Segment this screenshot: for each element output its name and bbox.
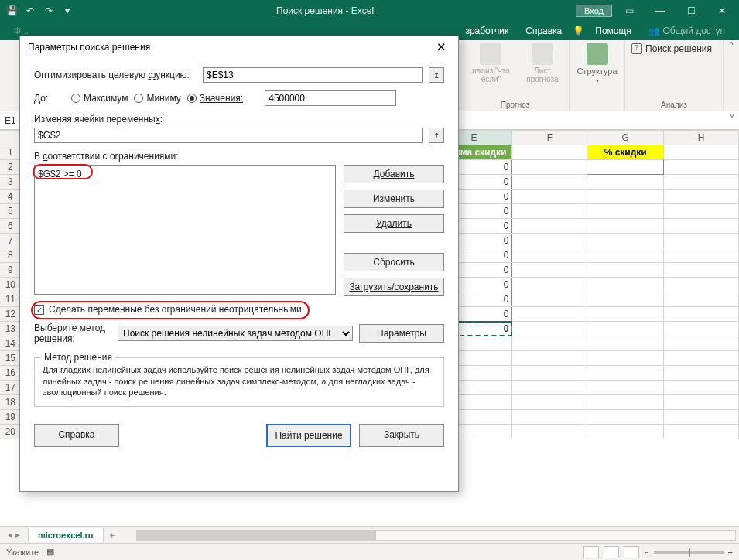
cell[interactable]: [512, 160, 587, 175]
zoom-out-button[interactable]: −: [644, 548, 648, 557]
row-header[interactable]: 14: [0, 336, 21, 351]
share-button[interactable]: 👥 Общий доступ: [642, 23, 731, 39]
sheet-tab-active[interactable]: microexcel.ru: [28, 528, 104, 542]
row-header[interactable]: 12: [0, 307, 21, 322]
cell[interactable]: [664, 160, 739, 175]
zoom-in-button[interactable]: +: [728, 548, 733, 557]
cell[interactable]: [587, 160, 664, 175]
cell[interactable]: [664, 395, 739, 410]
cell[interactable]: [664, 381, 739, 395]
objective-ref-icon[interactable]: ↥: [429, 67, 444, 83]
params-button[interactable]: Параметры: [359, 324, 444, 343]
cell[interactable]: [664, 145, 739, 160]
ribbon-options-icon[interactable]: ▭: [615, 2, 643, 20]
cell[interactable]: [587, 234, 664, 248]
cell[interactable]: [587, 395, 664, 410]
cell[interactable]: [664, 278, 739, 292]
cell[interactable]: [664, 307, 739, 322]
cell[interactable]: [587, 278, 664, 292]
tell-me-icon[interactable]: 💡: [573, 26, 584, 36]
row-header[interactable]: 15: [0, 351, 21, 366]
cell[interactable]: [587, 175, 664, 190]
view-page-layout-icon[interactable]: [604, 546, 619, 558]
login-button[interactable]: Вход: [576, 5, 612, 17]
row-header[interactable]: 17: [0, 381, 21, 395]
cell[interactable]: [512, 366, 587, 381]
cell[interactable]: [512, 307, 587, 322]
cell[interactable]: [512, 322, 587, 336]
method-select[interactable]: Поиск решения нелинейных задач методом О…: [118, 326, 353, 341]
row-header[interactable]: 1: [0, 145, 21, 160]
redo-icon[interactable]: ↷: [42, 4, 56, 18]
row-header[interactable]: 9: [0, 263, 21, 278]
cell[interactable]: [512, 292, 587, 307]
cell[interactable]: [587, 336, 664, 351]
cell[interactable]: [587, 190, 664, 204]
cell[interactable]: [664, 366, 739, 381]
cell[interactable]: [587, 219, 664, 234]
cell[interactable]: [512, 145, 587, 160]
row-header[interactable]: 3: [0, 175, 21, 190]
cell[interactable]: [512, 351, 587, 366]
macro-record-icon[interactable]: ▦: [46, 547, 54, 557]
change-constraint-button[interactable]: Изменить: [344, 190, 444, 208]
reset-button[interactable]: Сбросить: [344, 253, 444, 271]
col-header-h[interactable]: H: [664, 131, 739, 145]
cell[interactable]: [664, 175, 739, 190]
help-button[interactable]: Справка: [34, 424, 119, 447]
undo-icon[interactable]: ↶: [23, 4, 37, 18]
horizontal-scrollbar[interactable]: [136, 530, 736, 541]
row-header[interactable]: 8: [0, 248, 21, 263]
cell[interactable]: [664, 190, 739, 204]
cell[interactable]: [512, 175, 587, 190]
row-header[interactable]: 20: [0, 425, 21, 439]
cell[interactable]: [512, 190, 587, 204]
cell[interactable]: [664, 263, 739, 278]
cell[interactable]: [664, 204, 739, 219]
cell[interactable]: [512, 263, 587, 278]
maximize-icon[interactable]: ☐: [677, 2, 705, 20]
cell[interactable]: [587, 263, 664, 278]
structure-button[interactable]: Структура ▾: [576, 43, 617, 84]
sheet-nav-next-icon[interactable]: ▸: [15, 530, 20, 540]
cell[interactable]: [587, 410, 664, 425]
cell[interactable]: [512, 410, 587, 425]
ribbon-collapse-icon[interactable]: ˄: [724, 40, 739, 111]
row-header[interactable]: 5: [0, 204, 21, 219]
cell[interactable]: [587, 292, 664, 307]
row-header[interactable]: 11: [0, 292, 21, 307]
cell[interactable]: [587, 425, 664, 439]
zoom-slider[interactable]: [654, 551, 724, 554]
cell[interactable]: [512, 381, 587, 395]
value-of-input[interactable]: [265, 90, 396, 106]
formula-expand-icon[interactable]: ˅: [725, 113, 739, 128]
dialog-close-icon[interactable]: ✕: [432, 40, 450, 54]
view-page-break-icon[interactable]: [624, 546, 639, 558]
cell[interactable]: [587, 322, 664, 336]
cell[interactable]: [664, 292, 739, 307]
cell[interactable]: [664, 410, 739, 425]
forecast-sheet-button[interactable]: Лист прогноза: [522, 43, 563, 84]
row-header[interactable]: 16: [0, 366, 21, 381]
ribbon-tab-developer[interactable]: зработчик: [459, 23, 515, 39]
cell[interactable]: [512, 336, 587, 351]
cell[interactable]: [512, 425, 587, 439]
add-constraint-button[interactable]: Добавить: [344, 165, 444, 183]
cell[interactable]: [664, 248, 739, 263]
cell[interactable]: [587, 204, 664, 219]
save-icon[interactable]: 💾: [5, 4, 19, 18]
cell[interactable]: [587, 307, 664, 322]
cell[interactable]: [664, 234, 739, 248]
col-header-g[interactable]: G: [587, 131, 664, 145]
solve-button[interactable]: Найти решение: [266, 424, 351, 447]
cell[interactable]: [587, 248, 664, 263]
delete-constraint-button[interactable]: Удалить: [344, 214, 444, 233]
cell[interactable]: [587, 366, 664, 381]
row-header[interactable]: 7: [0, 234, 21, 248]
cell[interactable]: [512, 395, 587, 410]
radio-max[interactable]: Максимум: [71, 93, 128, 104]
cell[interactable]: [512, 278, 587, 292]
whatif-button[interactable]: нализ "что если": [467, 43, 515, 84]
nonneg-checkbox[interactable]: ✓ Сделать переменные без ограничений нео…: [34, 304, 444, 315]
tell-me-button[interactable]: Помощн: [589, 23, 638, 39]
